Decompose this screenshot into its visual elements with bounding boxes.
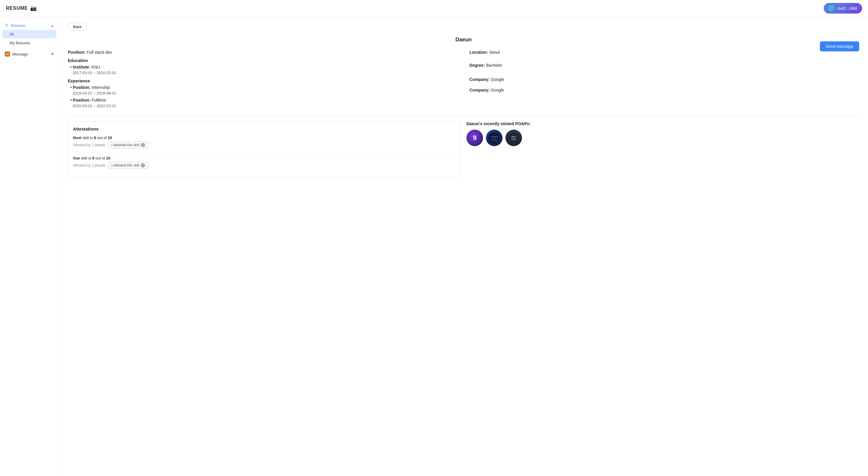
vue-attest-label: I attested this skill xyxy=(111,163,140,168)
exp2-company-value: Google xyxy=(491,88,504,92)
all-label: All xyxy=(9,32,13,36)
nuxt-check-icon: ✓ xyxy=(141,143,145,147)
profile-left: Position: Full stack dev Education Insti… xyxy=(68,50,458,108)
position-value: Full stack dev xyxy=(87,50,112,55)
sidebar-resume-section[interactable]: 🗒 Resume ▲ xyxy=(0,22,59,30)
exp2-company-label: Company: xyxy=(469,88,490,92)
message-icon: ✉ xyxy=(5,51,10,57)
institute-field: Institute: KNU xyxy=(70,65,458,69)
svg-text:Community: Community xyxy=(491,140,497,142)
profile-name: Daeun xyxy=(68,37,859,43)
topbar: RESUME 📷 0xdC...f4B6 xyxy=(0,0,868,17)
sidebar-message-section[interactable]: ✉ Message ▼ xyxy=(0,50,59,58)
profile-grid: Position: Full stack dev Education Insti… xyxy=(68,50,859,108)
attestations-title: Attestations xyxy=(73,126,456,131)
exp1-position-field: Position: Internship xyxy=(70,85,458,90)
send-message-button[interactable]: Send message xyxy=(820,41,859,51)
nuxt-attest-label: I attested this skill xyxy=(111,143,140,147)
exp1-company-value: Google xyxy=(491,77,504,82)
skill-vue-score: 9 xyxy=(92,156,94,160)
exp2-position-field: Position: Fulltime xyxy=(70,98,458,102)
exp2-company-field: Company: Google xyxy=(469,88,859,92)
message-label: Message xyxy=(12,52,28,56)
poaps-title: Daeun's recently minted POAPs: xyxy=(466,121,859,126)
degree-field: Degree: Bachelor xyxy=(469,63,859,68)
skill-vue-name: Vue xyxy=(73,156,80,160)
edu-dates: 2017-03-01 ~ 2020-02-01 xyxy=(73,70,458,75)
zksync-svg: ⬡⬡ zkSync Bridging Community xyxy=(488,132,500,144)
svg-text:Baby: Baby xyxy=(512,136,516,138)
location-value: Seoul xyxy=(489,50,500,55)
skill-row-nuxt: Nuxt skill is 9 out of 10 Attested by 1 … xyxy=(73,136,456,149)
experience-title: Experience xyxy=(68,79,458,83)
wallet-address: 0xdC...f4B6 xyxy=(837,6,857,11)
exp1-company-label: Company: xyxy=(469,77,490,82)
exp1-position-value: Internship xyxy=(92,85,110,90)
title-text: RESUME xyxy=(6,6,28,11)
wallet-button[interactable]: 0xdC...f4B6 xyxy=(824,3,862,13)
position-field: Position: Full stack dev xyxy=(68,50,458,55)
baby-steps-svg: Baby Steps xyxy=(508,132,520,144)
location-label: Location: xyxy=(469,50,488,55)
skill-nuxt-title: Nuxt skill is 9 out of 10 xyxy=(73,136,456,140)
degree-value: Bachelor xyxy=(486,63,502,68)
poap-item-9[interactable]: 9 xyxy=(466,130,483,146)
poap-item-zksync[interactable]: ⬡⬡ zkSync Bridging Community xyxy=(486,130,502,146)
exp2-position-value: Fulltime xyxy=(92,98,106,102)
skill-vue-total: 10 xyxy=(106,156,110,160)
message-left: ✉ Message xyxy=(5,51,28,57)
attestations-poaps-grid: Attestations Nuxt skill is 9 out of 10 A… xyxy=(68,121,859,178)
vue-attested-row: Attested by 1 people I attested this ski… xyxy=(73,162,456,169)
wallet-avatar xyxy=(829,5,835,11)
nuxt-attested-row: Attested by 1 people I attested this ski… xyxy=(73,142,456,149)
education-title: Education xyxy=(68,58,458,63)
exp1-dates: 2018-03-01 ~ 2018-08-01 xyxy=(73,91,458,95)
profile-right: Location: Seoul Degree: Bachelor Company… xyxy=(469,50,859,108)
exp1-company-field: Company: Google xyxy=(469,77,859,82)
svg-text:Bridging: Bridging xyxy=(492,139,497,140)
exp1-position-label: Position: xyxy=(73,85,91,90)
location-field: Location: Seoul xyxy=(469,50,859,55)
position-label: Position: xyxy=(68,50,86,55)
skill-divider xyxy=(73,153,456,153)
poaps-section: Daeun's recently minted POAPs: 9 ⬡⬡ zkSy… xyxy=(466,121,859,146)
institute-label: Institute: xyxy=(73,65,90,69)
vue-attested-label: Attested by 1 people xyxy=(73,163,105,168)
skill-vue-title: Vue skill is 9 out of 10 xyxy=(73,156,456,160)
svg-point-0 xyxy=(488,132,500,144)
attestations-box: Attestations Nuxt skill is 9 out of 10 A… xyxy=(68,121,461,178)
nuxt-attest-button[interactable]: I attested this skill ✓ xyxy=(108,142,148,149)
poap-number: 9 xyxy=(473,134,476,142)
main-content: Back Daeun Position: Full stack dev Educ… xyxy=(59,17,868,476)
sidebar-item-all[interactable]: All xyxy=(2,30,56,38)
nuxt-attested-label: Attested by 1 people xyxy=(73,143,105,147)
degree-label: Degree: xyxy=(469,63,485,68)
sidebar-item-my-resume[interactable]: My Resume xyxy=(2,39,56,47)
vue-attest-button[interactable]: I attested this skill ✓ xyxy=(108,162,148,169)
chevron-down-icon: ▼ xyxy=(51,52,54,56)
institute-value: KNU xyxy=(92,65,100,69)
sidebar: 🗒 Resume ▲ All My Resume ✉ Message ▼ xyxy=(0,17,59,476)
camera-icon: 📷 xyxy=(30,5,37,11)
poap-item-baby-steps[interactable]: Baby Steps xyxy=(505,130,522,146)
chevron-up-icon: ▲ xyxy=(51,24,54,27)
skill-row-vue: Vue skill is 9 out of 10 Attested by 1 p… xyxy=(73,156,456,169)
svg-text:⬡⬡ zkSync: ⬡⬡ zkSync xyxy=(490,136,498,138)
resume-section-label: Resume xyxy=(11,23,25,28)
svg-point-4 xyxy=(508,132,520,144)
poaps-list: 9 ⬡⬡ zkSync Bridging Community xyxy=(466,130,859,146)
resume-icon: 🗒 xyxy=(5,23,8,28)
exp2-position-label: Position: xyxy=(73,98,91,102)
back-button[interactable]: Back xyxy=(68,23,87,31)
skill-nuxt-total: 10 xyxy=(108,136,112,140)
main-layout: 🗒 Resume ▲ All My Resume ✉ Message ▼ Bac… xyxy=(0,17,868,476)
skill-nuxt-score: 9 xyxy=(94,136,96,140)
skill-nuxt-name: Nuxt xyxy=(73,136,82,140)
vue-check-icon: ✓ xyxy=(141,163,145,168)
svg-text:Steps: Steps xyxy=(512,138,516,140)
exp2-dates: 2020-03-01 ~ 2022-02-01 xyxy=(73,103,458,108)
my-resume-label: My Resume xyxy=(9,41,30,45)
app-title: RESUME 📷 xyxy=(6,5,37,11)
